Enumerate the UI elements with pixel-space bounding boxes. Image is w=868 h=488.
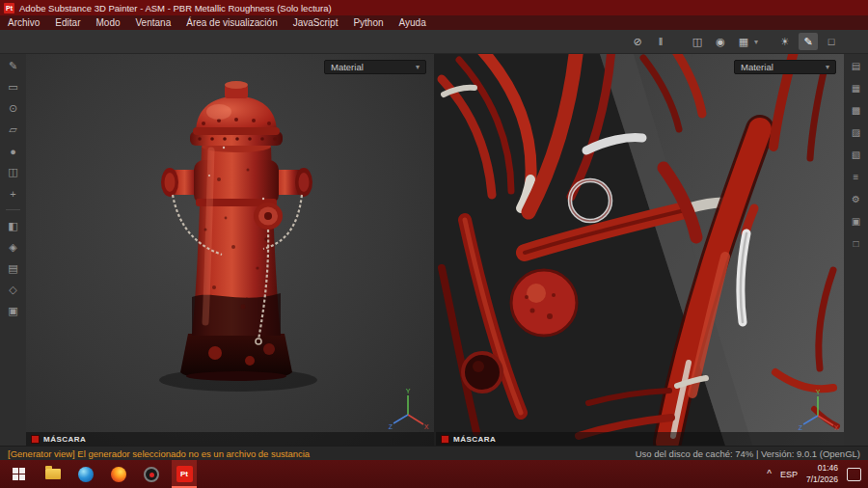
date-text: 7/1/2026 — [806, 474, 838, 485]
assets-panel-icon[interactable]: ◈ — [5, 239, 22, 256]
export-panel-icon[interactable]: ▣ — [5, 303, 22, 319]
material-picker-tool-icon[interactable]: + — [5, 185, 22, 202]
taskbar-apps: Pt — [41, 460, 197, 488]
toolbar-group-view: ⊘ ‖ — [628, 33, 670, 50]
mask-channel-icon — [441, 435, 449, 444]
tool-sidebar: ✎ ▭ ⊙ ▱ ● ◫ + ◧ ◈ ▤ ◇ ▣ — [0, 54, 26, 446]
start-button[interactable] — [0, 460, 37, 488]
material-dropdown-label: Material — [331, 62, 364, 72]
axis-x-label: X — [424, 423, 429, 430]
substance-painter-taskbar-icon[interactable]: Pt — [172, 460, 197, 488]
eraser-tool-icon[interactable]: ▭ — [5, 79, 22, 95]
axis-z-label: Z — [389, 423, 393, 430]
windows-logo-icon — [13, 468, 25, 480]
polygon-fill-tool-icon[interactable]: ▱ — [5, 122, 22, 138]
menu-ventana[interactable]: Ventana — [128, 15, 179, 30]
viewport-2d[interactable]: Material ▾ Y X Z MÁSCARA — [436, 54, 844, 446]
dock-sidebar: ▤ ▦ ▩ ▨ ▧ ≡ ⚙ ▣ □ — [844, 54, 868, 446]
status-warning-message: [Generator view] El generador selecciona… — [8, 448, 310, 459]
environment-light-icon[interactable]: ☀ — [775, 33, 795, 50]
resources-panel-icon[interactable]: ◇ — [5, 282, 22, 298]
toolbar-group-display: ◫ ◉ ▦ ▾ — [688, 33, 758, 50]
chevron-down-icon[interactable]: ▾ — [754, 38, 758, 46]
menu-python[interactable]: Python — [345, 15, 391, 30]
history-panel-icon[interactable]: ▣ — [848, 213, 865, 230]
pt-logo-icon: Pt — [176, 466, 193, 482]
properties-panel-icon[interactable]: ≡ — [848, 169, 865, 185]
material-dropdown-3d[interactable]: Material ▾ — [324, 60, 426, 74]
toolbar-group-paint: ☀ ✎ □ — [775, 33, 841, 50]
menu-javascript[interactable]: JavaScript — [285, 15, 346, 30]
chevron-down-icon: ▾ — [416, 63, 420, 71]
menu-editar[interactable]: Editar — [47, 15, 88, 30]
app-logo-icon: Pt — [4, 3, 14, 14]
clock[interactable]: 01:46 7/1/2026 — [806, 463, 838, 484]
edge-browser-icon[interactable] — [73, 460, 98, 488]
menu-archivo[interactable]: Archivo — [0, 15, 47, 30]
menu-ayuda[interactable]: Ayuda — [392, 15, 434, 30]
pause-icon[interactable]: ‖ — [651, 33, 670, 50]
capture-icon[interactable]: □ — [822, 33, 841, 50]
axis-z-label: Z — [799, 424, 803, 431]
uv-islands-view — [436, 54, 844, 446]
viewport-toolbar: ⊘ ‖ ◫ ◉ ▦ ▾ ☀ ✎ □ — [0, 30, 868, 54]
mask-indicator-3d: MÁSCARA — [26, 432, 434, 446]
menubar: Archivo Editar Modo Ventana Área de visu… — [0, 15, 868, 30]
layers-panel-icon[interactable]: ▦ — [848, 80, 865, 96]
log-panel-icon[interactable]: □ — [848, 235, 865, 252]
texture-set-settings-icon[interactable]: ▩ — [848, 102, 865, 119]
axis-y-label: Y — [406, 388, 411, 394]
cache-version-info: Uso del disco de caché: 74% | Versión: 9… — [636, 448, 860, 459]
tray-expand-icon[interactable]: ^ — [767, 470, 772, 479]
titlebar[interactable]: Pt Adobe Substance 3D Painter - ASM - PB… — [0, 0, 868, 15]
mask-label: MÁSCARA — [453, 435, 496, 444]
firefox-icon[interactable] — [106, 460, 131, 488]
settings-gear-icon[interactable]: ⚙ — [848, 191, 865, 207]
axis-gizmo-2d: Y X Z — [797, 387, 839, 431]
viewport-layout-icon[interactable]: ◫ — [688, 33, 707, 50]
chevron-down-icon: ▾ — [826, 63, 829, 71]
action-center-icon[interactable] — [847, 468, 861, 481]
material-sphere-icon[interactable]: ◉ — [711, 33, 730, 50]
axis-x-label: X — [834, 424, 839, 431]
system-tray: ^ ESP 01:46 7/1/2026 — [767, 463, 868, 484]
menu-modo[interactable]: Modo — [88, 15, 127, 30]
projection-tool-icon[interactable]: ⊙ — [5, 100, 22, 117]
language-indicator[interactable]: ESP — [780, 470, 798, 479]
file-explorer-icon[interactable] — [41, 460, 66, 488]
display-settings-icon[interactable]: ▧ — [848, 147, 865, 163]
texture-set-list-icon[interactable]: ▤ — [848, 58, 865, 74]
window-title: Adobe Substance 3D Painter - ASM - PBR M… — [19, 3, 332, 14]
toggle-visibility-icon[interactable]: ⊘ — [628, 33, 647, 50]
paint-brush-tool-icon[interactable]: ✎ — [5, 58, 22, 74]
mask-indicator-2d: MÁSCARA — [436, 432, 844, 446]
mask-label: MÁSCARA — [43, 435, 86, 444]
camera-view-icon[interactable]: ▦ — [734, 33, 753, 50]
viewport-3d[interactable]: Material ▾ Y X Z MÁSCARA — [26, 54, 436, 446]
obs-icon[interactable] — [139, 460, 164, 488]
shelf-panel-icon[interactable]: ▤ — [5, 260, 22, 277]
time-text: 01:46 — [806, 463, 838, 474]
axis-y-label: Y — [816, 389, 821, 395]
mask-channel-icon — [31, 435, 40, 444]
windows-taskbar: Pt ^ ESP 01:46 7/1/2026 — [0, 460, 868, 488]
material-dropdown-2d[interactable]: Material ▾ — [734, 60, 836, 74]
clone-tool-icon[interactable]: ◫ — [5, 164, 22, 180]
substance-painter-window: Pt Adobe Substance 3D Painter - ASM - PB… — [0, 0, 868, 488]
toolbar-separator — [6, 209, 20, 210]
shader-settings-icon[interactable]: ▨ — [848, 124, 865, 141]
dock-panel-icon[interactable]: ◧ — [5, 218, 22, 234]
material-dropdown-label: Material — [741, 62, 773, 72]
paint-mode-icon[interactable]: ✎ — [799, 33, 818, 50]
fire-hydrant-model — [26, 54, 434, 446]
smudge-tool-icon[interactable]: ● — [5, 143, 22, 159]
menu-area-visualizacion[interactable]: Área de visualización — [178, 15, 285, 30]
axis-gizmo-3d: Y X Z — [387, 386, 429, 430]
status-bar: [Generator view] El generador selecciona… — [0, 446, 868, 460]
